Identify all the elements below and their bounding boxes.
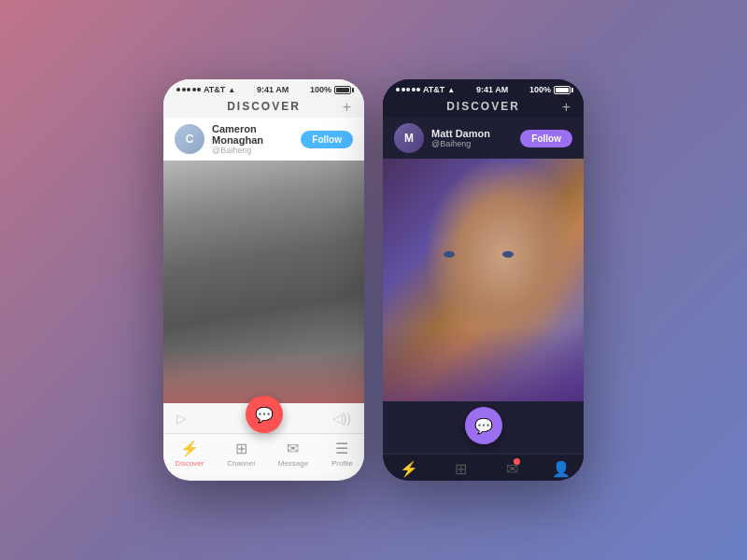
profile-info-dark: Matt Damon @Baiheng	[431, 128, 513, 148]
message-icon-light: ✉	[287, 440, 299, 457]
battery-pct-dark: 100%	[529, 85, 551, 94]
content-image-dark	[383, 159, 584, 401]
chat-fab-dark[interactable]: 💬	[465, 407, 502, 444]
eye-right	[502, 251, 514, 258]
tab-profile-light[interactable]: ☰ Profile	[331, 440, 353, 468]
face-image	[383, 159, 584, 401]
phone-dark: AT&T ▲ 9:41 AM 100% DISCOVER + M Matt Da…	[383, 79, 584, 481]
profile-handle-light: @Baiheng	[212, 146, 293, 155]
time-dark: 9:41 AM	[476, 85, 508, 94]
add-button-dark[interactable]: +	[562, 99, 571, 116]
follow-button-dark[interactable]: Follow	[520, 130, 572, 147]
status-right-light: 100%	[310, 85, 351, 94]
tab-discover-dark[interactable]: ⚡ Discover	[394, 460, 423, 481]
follow-button-light[interactable]: Follow	[301, 131, 353, 148]
nav-title-light: DISCOVER	[227, 100, 301, 113]
person-silhouette	[163, 161, 364, 403]
controls-dark: 💬	[383, 401, 584, 454]
status-right-dark: 100%	[529, 85, 571, 94]
message-icon-dark: ✉	[506, 460, 518, 478]
avatar-dark: M	[394, 123, 424, 153]
tab-message-light[interactable]: ✉ Message	[278, 440, 308, 468]
image-overlay-dark	[383, 327, 584, 401]
tab-message-dark[interactable]: ✉ Message	[498, 460, 528, 481]
channel-label-dark: Channel	[446, 480, 474, 481]
discover-icon-dark: ⚡	[400, 460, 418, 478]
signal-dots-dark	[396, 88, 420, 91]
profile-name-dark: Matt Damon	[431, 128, 513, 139]
channel-icon-dark: ⊞	[455, 460, 467, 478]
carrier-light: AT&T	[204, 85, 225, 94]
channel-icon-light: ⊞	[235, 440, 247, 457]
nav-bar-dark: DISCOVER +	[383, 96, 584, 118]
tab-profile-dark[interactable]: 👤 Profile	[551, 460, 572, 481]
main-image-light	[163, 161, 364, 403]
chat-fab-light[interactable]: 💬	[246, 396, 283, 433]
tab-bar-dark: ⚡ Discover ⊞ Channel ✉ Message 👤 Profile	[383, 454, 584, 481]
status-bar-dark: AT&T ▲ 9:41 AM 100%	[383, 79, 584, 96]
phone-light: AT&T ▲ 9:41 AM 100% DISCOVER + C Cameron…	[163, 79, 364, 481]
signal-dots-light	[176, 88, 201, 91]
content-image-light	[163, 161, 364, 403]
tab-bar-light: ⚡ Discover ⊞ Channel ✉ Message ☰ Profile	[163, 433, 364, 475]
time-light: 9:41 AM	[257, 85, 289, 94]
battery-icon-dark	[554, 86, 571, 94]
add-button-light[interactable]: +	[343, 99, 351, 116]
profile-row-light: C Cameron Monaghan @Baiheng Follow	[163, 118, 364, 161]
discover-label-dark: Discover	[394, 480, 423, 481]
battery-fill-light	[336, 88, 349, 92]
eye-left	[444, 251, 455, 258]
chat-icon-light: 💬	[255, 406, 274, 424]
volume-icon-light[interactable]: ◁))	[332, 411, 351, 426]
carrier-dark: AT&T	[423, 85, 444, 94]
status-left-light: AT&T ▲	[176, 85, 235, 94]
status-left-dark: AT&T ▲	[396, 85, 455, 94]
profile-label-light: Profile	[331, 459, 353, 468]
profile-info-light: Cameron Monaghan @Baiheng	[212, 123, 293, 155]
battery-pct-light: 100%	[310, 85, 331, 94]
tab-channel-dark[interactable]: ⊞ Channel	[446, 460, 474, 481]
wifi-icon-dark: ▲	[447, 86, 455, 94]
discover-icon-light: ⚡	[180, 440, 199, 457]
avatar-light: C	[175, 124, 204, 154]
channel-label-light: Channel	[227, 459, 255, 468]
image-overlay-light	[163, 347, 364, 403]
profile-handle-dark: @Baiheng	[431, 139, 513, 148]
battery-fill-dark	[556, 88, 569, 92]
nav-bar-light: DISCOVER +	[163, 96, 364, 118]
profile-label-dark: Profile	[551, 480, 572, 481]
wifi-icon-light: ▲	[228, 86, 235, 94]
chat-icon-dark: 💬	[474, 417, 493, 435]
profile-icon-light: ☰	[335, 440, 348, 457]
controls-light: ▷ 💬 ◁))	[163, 403, 364, 433]
profile-name-light: Cameron Monaghan	[212, 123, 293, 146]
tab-discover-light[interactable]: ⚡ Discover	[175, 440, 204, 468]
tab-channel-light[interactable]: ⊞ Channel	[227, 440, 255, 468]
play-icon-light[interactable]: ▷	[176, 411, 187, 426]
message-notification-dot	[514, 458, 520, 465]
message-label-light: Message	[278, 459, 308, 468]
profile-icon-dark: 👤	[552, 460, 571, 478]
message-label-dark: Message	[498, 480, 528, 481]
status-bar-light: AT&T ▲ 9:41 AM 100%	[163, 79, 364, 96]
main-image-dark	[383, 159, 584, 401]
discover-label-light: Discover	[175, 459, 204, 468]
battery-icon-light	[334, 86, 351, 94]
profile-row-dark: M Matt Damon @Baiheng Follow	[383, 118, 584, 159]
nav-title-dark: DISCOVER	[446, 100, 520, 113]
